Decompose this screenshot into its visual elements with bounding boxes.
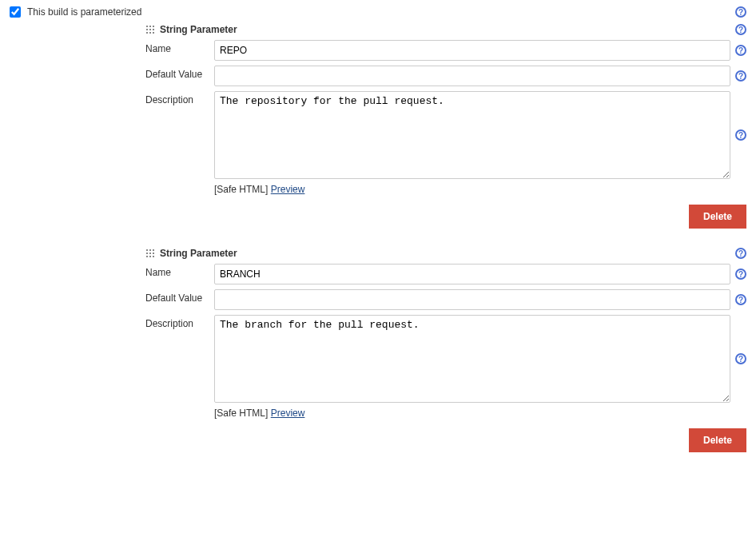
preview-link[interactable]: Preview xyxy=(271,408,305,419)
default-value-label: Default Value xyxy=(145,66,214,80)
parameterized-label: This build is parameterized xyxy=(27,6,141,18)
parameter-block: String Parameter ? Name ? Default Value … xyxy=(145,248,746,452)
description-label: Description xyxy=(145,315,214,329)
description-label: Description xyxy=(145,91,214,105)
parameter-title: String Parameter xyxy=(160,248,237,259)
safe-html-label: [Safe HTML] xyxy=(214,408,268,419)
parameterized-checkbox[interactable] xyxy=(10,6,21,18)
parameter-title: String Parameter xyxy=(160,24,237,35)
help-icon[interactable]: ? xyxy=(735,70,746,82)
help-icon[interactable]: ? xyxy=(735,129,746,141)
parameter-block: String Parameter ? Name ? Default Value … xyxy=(145,24,746,229)
delete-button[interactable]: Delete xyxy=(689,205,746,229)
help-icon[interactable]: ? xyxy=(735,294,746,305)
default-value-label: Default Value xyxy=(145,289,214,304)
description-textarea[interactable] xyxy=(214,315,730,403)
help-icon[interactable]: ? xyxy=(735,268,746,280)
help-icon[interactable]: ? xyxy=(735,248,746,259)
name-input[interactable] xyxy=(214,40,730,61)
delete-button[interactable]: Delete xyxy=(689,428,746,452)
drag-handle-icon[interactable] xyxy=(145,25,155,34)
name-label: Name xyxy=(145,40,214,54)
name-input[interactable] xyxy=(214,264,730,284)
preview-link[interactable]: Preview xyxy=(271,184,305,195)
default-value-input[interactable] xyxy=(214,289,730,310)
help-icon[interactable]: ? xyxy=(735,45,746,56)
help-icon[interactable]: ? xyxy=(735,24,746,35)
safe-html-label: [Safe HTML] xyxy=(214,184,268,195)
drag-handle-icon[interactable] xyxy=(145,249,155,258)
name-label: Name xyxy=(145,264,214,278)
help-icon[interactable]: ? xyxy=(735,6,746,18)
description-textarea[interactable] xyxy=(214,91,730,179)
help-icon[interactable]: ? xyxy=(735,353,746,364)
default-value-input[interactable] xyxy=(214,66,730,86)
